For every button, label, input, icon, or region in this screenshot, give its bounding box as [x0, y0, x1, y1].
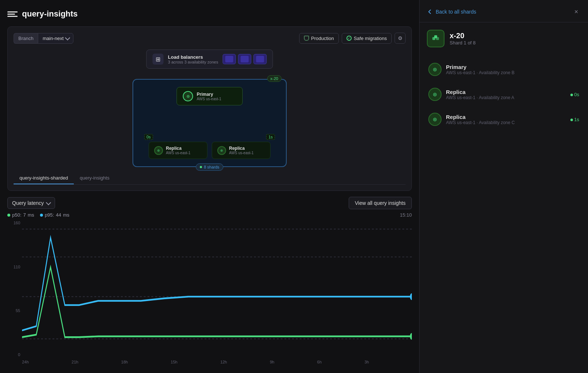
replica2-title: Replica	[229, 146, 254, 151]
view-all-button[interactable]: View all query insights	[349, 197, 412, 209]
branch-selector: Branch main-next	[14, 33, 73, 44]
chart-svg	[22, 221, 412, 364]
p50-unit: ms	[28, 212, 34, 218]
y-label-110: 110	[7, 265, 20, 269]
settings-button[interactable]: ⚙	[395, 33, 406, 44]
instance-primary-sub: AWS us-east-1 · Availability zone B	[446, 70, 579, 75]
lb-node-1	[222, 54, 236, 64]
arrow-left-icon	[427, 9, 433, 15]
topology-diagram: ⊞ Load balancers 3 across 3 availability…	[14, 50, 406, 171]
replica-c-icon: ⊛	[428, 113, 442, 126]
right-panel-header: Back to all shards ×	[420, 0, 588, 22]
dot-green-icon-2	[570, 119, 573, 121]
query-dropdown-label: Query latency	[12, 200, 44, 206]
primary-node[interactable]: ⊛ Primary AWS us-east-1	[177, 87, 243, 105]
legend-row: p50: 7 ms p95: 44 ms 15:10	[7, 212, 412, 218]
lb-subtitle: 3 across 3 availability zones	[168, 60, 218, 64]
replica-node-1[interactable]: ⊛ Replica AWS us-east-1	[149, 142, 207, 159]
p50-value: 7	[23, 212, 26, 218]
primary-sub: AWS us-east-1	[197, 97, 221, 101]
topology-toolbar: Branch main-next Production ✓ Safe migra…	[14, 33, 406, 44]
chart-container: 160 110 55 0 24h	[7, 221, 412, 364]
instances-list: ⊛ Primary AWS us-east-1 · Availability z…	[420, 55, 588, 373]
branch-dropdown[interactable]: main-next	[38, 33, 73, 44]
replica1-title: Replica	[166, 146, 190, 151]
y-label-0: 0	[7, 352, 20, 357]
replica-c-sub: AWS us-east-1 · Availability zone C	[446, 120, 566, 125]
replica1-sub: AWS us-east-1	[166, 151, 190, 155]
instance-primary[interactable]: ⊛ Primary AWS us-east-1 · Availability z…	[424, 58, 584, 81]
replica-a-icon: ⊛	[428, 88, 442, 101]
x-12h: 12h	[220, 360, 227, 364]
replicas-row: ⊛ Replica AWS us-east-1 ⊛ Replica AWS us…	[149, 142, 271, 159]
replica-c-name: Replica	[446, 114, 566, 120]
primary-instance-icon: ⊛	[428, 63, 442, 76]
y-label-55: 55	[7, 308, 20, 313]
branch-label: Branch	[14, 33, 38, 44]
x-6h: 6h	[317, 360, 322, 364]
replica-icon-2: ⊛	[217, 146, 226, 155]
shard-id-badge: x-20	[267, 75, 282, 82]
x-15h: 15h	[171, 360, 177, 364]
primary-icon: ⊛	[183, 91, 193, 101]
chart-timestamp: 15:10	[400, 212, 412, 218]
lb-node-2	[238, 54, 251, 64]
shard-avatar-icon	[431, 34, 440, 43]
query-section: Query latency View all query insights p5…	[7, 197, 412, 364]
lb-nodes	[222, 54, 266, 64]
replica-a-sub: AWS us-east-1 · Availability zone A	[446, 95, 566, 100]
shield-icon	[304, 36, 309, 41]
right-panel: Back to all shards × x-20 Shard 1 of 8 ⊛…	[419, 0, 588, 373]
replica-a-name: Replica	[446, 89, 566, 95]
production-badge[interactable]: Production	[299, 33, 339, 44]
latency-label-2: 1s	[266, 134, 275, 140]
app-header: query-insights	[7, 9, 412, 19]
dot-green-icon	[570, 94, 573, 96]
close-button[interactable]: ×	[572, 7, 581, 16]
lb-icon: ⊞	[153, 54, 164, 65]
primary-title: Primary	[197, 92, 221, 97]
p95-value: 44	[56, 212, 61, 218]
shard-sub: Shard 1 of 8	[450, 40, 476, 46]
x-24h: 24h	[22, 360, 29, 364]
back-label: Back to all shards	[436, 9, 476, 15]
query-latency-dropdown[interactable]: Query latency	[7, 197, 55, 209]
branch-value: main-next	[43, 36, 63, 41]
shard-avatar	[427, 30, 444, 47]
svg-point-4	[410, 293, 412, 300]
safe-migrations-badge[interactable]: ✓ Safe migrations	[342, 33, 392, 44]
x-3h: 3h	[364, 360, 369, 364]
tab-sharded[interactable]: query-insights-sharded	[14, 172, 74, 184]
dot-green-icon	[200, 166, 202, 168]
topology-card: Branch main-next Production ✓ Safe migra…	[7, 26, 412, 191]
replica-a-latency: 0s	[570, 92, 579, 97]
y-axis-labels: 160 110 55 0	[7, 221, 20, 364]
tabs-row: query-insights-sharded query-insights	[14, 172, 406, 185]
lb-node-3	[253, 54, 266, 64]
topology-badges: Production ✓ Safe migrations ⚙	[299, 33, 406, 44]
replica-c-latency: 1s	[570, 117, 579, 122]
latency-label-1: 0s	[144, 134, 153, 140]
replica-node-2[interactable]: ⊛ Replica AWS us-east-1	[212, 142, 271, 159]
legend-p95: p95: 44 ms	[40, 212, 69, 218]
svg-rect-8	[434, 35, 437, 38]
tab-insights[interactable]: query-insights	[74, 172, 115, 184]
p95-dot	[40, 214, 43, 217]
load-balancers-box: ⊞ Load balancers 3 across 3 availability…	[146, 50, 273, 69]
p50-dot	[7, 214, 10, 217]
shard-name: x-20	[450, 32, 476, 40]
instance-replica-c[interactable]: ⊛ Replica AWS us-east-1 · Availability z…	[424, 108, 584, 131]
x-21h: 21h	[72, 360, 78, 364]
p95-label: p95:	[45, 212, 54, 218]
instance-replica-a[interactable]: ⊛ Replica AWS us-east-1 · Availability z…	[424, 83, 584, 106]
app-title: query-insights	[22, 9, 78, 19]
x-9h: 9h	[270, 360, 274, 364]
lb-title: Load balancers	[168, 54, 218, 60]
query-toolbar: Query latency View all query insights	[7, 197, 412, 209]
chevron-down-icon	[46, 200, 51, 205]
replica-icon-1: ⊛	[154, 146, 163, 155]
y-label-160: 160	[7, 221, 20, 225]
back-link[interactable]: Back to all shards	[427, 9, 476, 15]
app-icon	[7, 9, 18, 19]
chevron-down-icon	[65, 35, 70, 40]
